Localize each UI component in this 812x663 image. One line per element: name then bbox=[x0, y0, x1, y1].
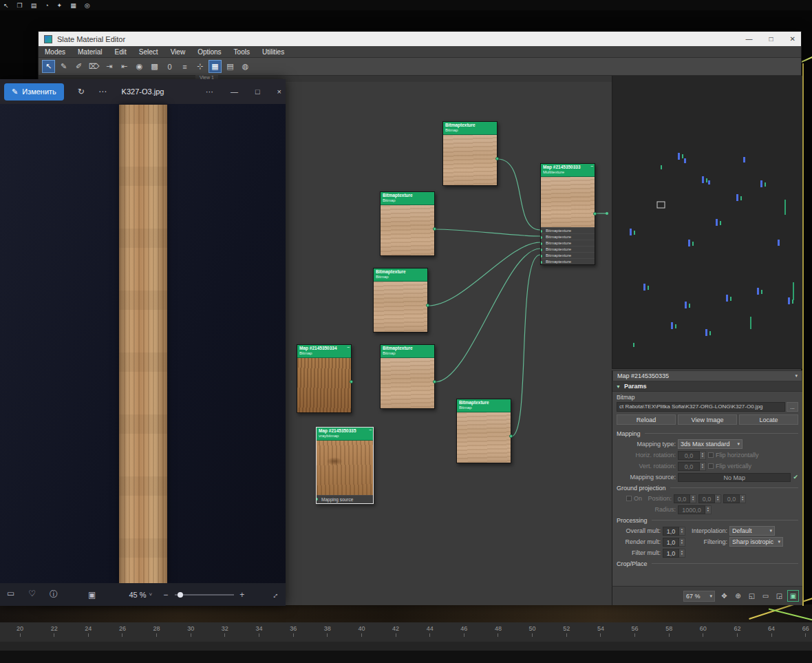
filter-mult-spinner[interactable]: 1,0▴▾ bbox=[663, 549, 685, 558]
zoom-fit-icon[interactable]: ▣ bbox=[88, 590, 96, 600]
interpolation-dropdown[interactable]: Default▾ bbox=[729, 526, 775, 536]
select-tool-icon[interactable]: ↖ bbox=[42, 60, 55, 73]
more-options-icon[interactable]: ⋯ bbox=[98, 87, 107, 96]
clock-icon[interactable]: ◔ bbox=[45, 2, 48, 9]
menu-item[interactable]: Material bbox=[72, 48, 109, 56]
input-slot-bitmaptexture[interactable]: Bitmaptexture bbox=[541, 258, 595, 264]
filmstrip-icon[interactable]: ▭ bbox=[7, 589, 14, 600]
mapping-source-button[interactable]: No Map bbox=[678, 473, 791, 482]
info-circle-icon[interactable]: ◎ bbox=[85, 2, 90, 9]
overall-mult-spinner[interactable]: 1,0▴▾ bbox=[663, 527, 685, 536]
cursor-icon[interactable]: ↖ bbox=[3, 2, 9, 9]
zoom-in-button[interactable]: + bbox=[239, 590, 244, 600]
bitmap-path-field[interactable]: ct Rabota\TEX\Plitka Sofia\K327-ORG-LONG… bbox=[617, 402, 785, 412]
fullscreen-icon[interactable]: ↔ bbox=[268, 588, 281, 600]
increment-icon[interactable]: ⊹ bbox=[193, 60, 206, 73]
assign-material-icon[interactable]: ✐ bbox=[72, 60, 85, 73]
node-bitmaptexture-5[interactable]: BitmaptextureBitmap bbox=[456, 399, 511, 463]
zoom-region-icon[interactable]: ◱ bbox=[746, 590, 758, 602]
horiz-rotation-spinner[interactable]: 0,0 ▴▾ bbox=[678, 451, 706, 460]
position-y-spinner[interactable]: 0,0▴▾ bbox=[698, 494, 721, 503]
zoom-slider-handle[interactable] bbox=[178, 592, 183, 598]
input-slot-bitmaptexture[interactable]: Bitmaptexture bbox=[541, 240, 595, 246]
spinner-arrows-icon[interactable]: ▴▾ bbox=[700, 462, 706, 471]
zoom-slider[interactable] bbox=[175, 594, 234, 596]
favorite-icon[interactable]: ♡ bbox=[28, 589, 36, 600]
output-socket[interactable] bbox=[495, 157, 499, 160]
maximize-button[interactable]: □ bbox=[255, 87, 260, 96]
tool-icon[interactable]: ✦ bbox=[57, 2, 63, 9]
zoom-selected-icon[interactable]: ▣ bbox=[787, 590, 799, 602]
move-children-icon[interactable]: ⇥ bbox=[103, 60, 116, 73]
output-socket[interactable] bbox=[593, 212, 597, 215]
menu-item[interactable]: Modes bbox=[39, 48, 72, 56]
window-icon[interactable]: ❐ bbox=[17, 2, 23, 9]
output-socket[interactable] bbox=[350, 380, 353, 383]
menu-item[interactable]: Edit bbox=[109, 48, 133, 56]
input-slot-bitmaptexture[interactable]: Bitmaptexture bbox=[541, 233, 595, 240]
input-slot-bitmaptexture[interactable]: Bitmaptexture bbox=[541, 252, 595, 258]
params-action-button[interactable]: View Image bbox=[678, 414, 737, 425]
menu-item[interactable]: Select bbox=[133, 48, 164, 56]
node-map-2145350335[interactable]: Map #2145350335vraybitmap − Mapping sour… bbox=[316, 427, 374, 504]
hide-unused-nodeslots-icon[interactable]: ⇤ bbox=[118, 60, 131, 73]
info-icon[interactable]: ⓘ bbox=[50, 589, 58, 600]
spinner-arrows-icon[interactable]: ▴▾ bbox=[700, 451, 706, 460]
zoom-extents-selected-icon[interactable]: ◲ bbox=[773, 590, 785, 602]
node-map-2145350334[interactable]: Map #2145350334Bitmap − bbox=[297, 344, 352, 413]
mapping-type-dropdown[interactable]: 3ds Max standard▾ bbox=[678, 439, 742, 449]
maximize-button[interactable]: □ bbox=[769, 35, 773, 43]
node-bitmaptexture-4[interactable]: BitmaptextureBitmap bbox=[380, 344, 435, 409]
zoom-extents-icon[interactable]: ▭ bbox=[760, 590, 771, 602]
show-background-icon[interactable]: ▩ bbox=[148, 60, 161, 73]
filtering-dropdown[interactable]: Sharp isotropic▾ bbox=[729, 537, 783, 547]
canvas-zoom-dropdown[interactable]: 67 %▾ bbox=[683, 591, 715, 602]
menu-item[interactable]: Tools bbox=[228, 48, 256, 56]
pan-tool-icon[interactable]: ✥ bbox=[718, 590, 730, 602]
render-mult-spinner[interactable]: 1,0▴▾ bbox=[663, 538, 685, 547]
params-node-selector[interactable]: Map #2145350335▾ bbox=[612, 370, 802, 381]
node-bitmaptexture-2[interactable]: BitmaptextureBitmap bbox=[380, 191, 435, 256]
output-socket[interactable] bbox=[433, 227, 436, 231]
close-button[interactable]: ✕ bbox=[790, 35, 795, 43]
flip-vertically-checkbox[interactable] bbox=[708, 463, 714, 469]
node-bitmaptexture-1[interactable]: BitmaptextureBitmap bbox=[442, 121, 498, 186]
node-map-2145350333[interactable]: Map #2145350333Multitexture − Bitmaptext… bbox=[540, 163, 595, 265]
output-socket[interactable] bbox=[433, 380, 436, 383]
layout-all-icon[interactable]: ▦ bbox=[209, 60, 222, 73]
menu-item[interactable]: Utilities bbox=[256, 48, 290, 56]
radius-spinner[interactable]: 1000,0▴▾ bbox=[678, 505, 712, 514]
layout-children-icon[interactable]: ▤ bbox=[224, 60, 237, 73]
position-x-spinner[interactable]: 0,0▴▾ bbox=[674, 494, 696, 503]
params-action-button[interactable]: Reload bbox=[617, 414, 676, 425]
zero-count-icon[interactable]: 0 bbox=[163, 60, 176, 73]
collapse-node-icon[interactable]: − bbox=[347, 345, 350, 350]
output-socket[interactable] bbox=[426, 304, 429, 307]
menu-item[interactable]: View bbox=[164, 48, 192, 56]
layers-icon[interactable]: ▤ bbox=[31, 2, 37, 9]
minimize-button[interactable]: — bbox=[231, 87, 238, 96]
menu-item[interactable]: Options bbox=[191, 48, 227, 56]
node-bitmaptexture-3[interactable]: BitmaptextureBitmap bbox=[373, 268, 428, 333]
zoom-out-button[interactable]: − bbox=[163, 590, 168, 600]
params-rollout-header[interactable]: ▼ Params bbox=[612, 381, 802, 392]
more-options-icon[interactable]: ⋯ bbox=[206, 87, 213, 96]
rotate-icon[interactable]: ↻ bbox=[78, 87, 85, 96]
check-icon[interactable]: ✔ bbox=[793, 474, 798, 481]
position-z-spinner[interactable]: 0,0▴▾ bbox=[723, 494, 746, 503]
minimize-button[interactable]: — bbox=[746, 35, 753, 43]
mapping-source-slot[interactable]: Mapping source bbox=[317, 495, 373, 503]
collapse-node-icon[interactable]: − bbox=[369, 428, 372, 432]
timeline-track-bar[interactable]: 20 22 24 26 28 30 32 34 36 38 40 42 bbox=[0, 622, 812, 642]
input-slot-bitmaptexture[interactable]: Bitmaptexture bbox=[541, 227, 595, 233]
grid-icon[interactable]: ▦ bbox=[70, 2, 76, 9]
slate-titlebar[interactable]: Slate Material Editor — □ ✕ bbox=[39, 32, 801, 46]
browse-button[interactable]: ... bbox=[787, 402, 798, 412]
photo-zoom-dropdown[interactable]: 45 %˅ bbox=[129, 591, 152, 599]
delete-selected-icon[interactable]: ⌦ bbox=[87, 60, 100, 73]
photos-titlebar[interactable]: ✎ Изменить ↻ ⋯ K327-O3.jpg ⋯ — □ × bbox=[0, 79, 286, 104]
list-view-icon[interactable]: ≡ bbox=[178, 60, 191, 73]
zoom-tool-icon[interactable]: ⊕ bbox=[732, 590, 744, 602]
pick-material-icon[interactable]: ✎ bbox=[57, 60, 70, 73]
material-checker-icon[interactable]: ◍ bbox=[239, 60, 252, 73]
